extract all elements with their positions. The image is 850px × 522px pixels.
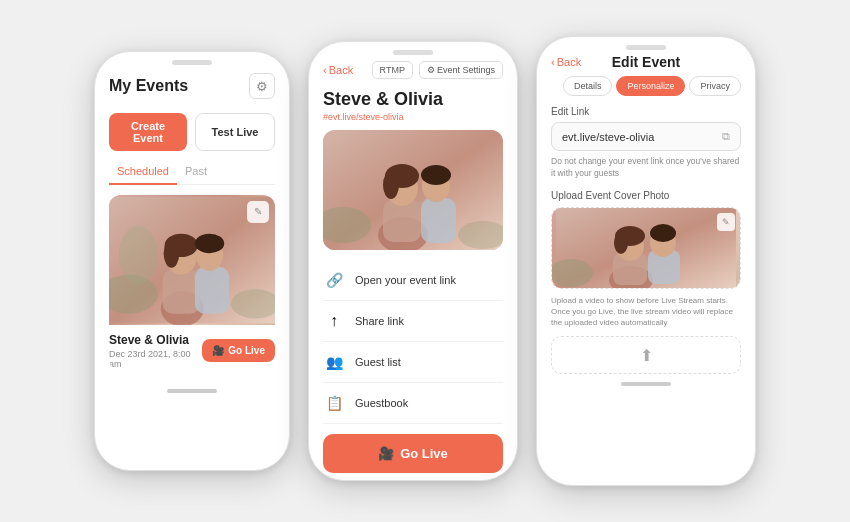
go-live-large-button[interactable]: 🎥 Go Live bbox=[323, 434, 503, 473]
p3-link-field: evt.live/steve-olivia ⧉ bbox=[551, 122, 741, 151]
phone-3-notch bbox=[626, 45, 666, 50]
p2-event-url: #evt.live/steve-olivia bbox=[323, 112, 503, 122]
p3-back-button[interactable]: ‹ Back bbox=[551, 56, 581, 68]
p3-upload-label: Upload Event Cover Photo bbox=[551, 190, 741, 201]
link-icon: 🔗 bbox=[323, 269, 345, 291]
phone-3-top-bar bbox=[537, 37, 755, 54]
p1-header: My Events ⚙ bbox=[109, 69, 275, 103]
p1-title: My Events bbox=[109, 77, 188, 95]
p3-link-hint: Do not change your event link once you'v… bbox=[551, 156, 741, 180]
p3-nav: ‹ Back Edit Event bbox=[551, 54, 741, 70]
p2-rtmp-label: RTMP bbox=[380, 65, 405, 75]
event-settings-button[interactable]: ⚙ Event Settings bbox=[419, 61, 503, 79]
p1-tabs: Scheduled Past bbox=[109, 161, 275, 185]
p2-back-button[interactable]: ‹ Back bbox=[323, 64, 353, 76]
phone-1: My Events ⚙ Create Event Test Live Sched… bbox=[94, 51, 290, 471]
svg-point-11 bbox=[119, 225, 158, 284]
copy-icon[interactable]: ⧉ bbox=[722, 130, 730, 143]
create-event-button[interactable]: Create Event bbox=[109, 113, 187, 151]
svg-point-31 bbox=[650, 224, 676, 242]
svg-point-20 bbox=[421, 165, 451, 185]
phone-2-bottom-bar bbox=[309, 473, 517, 481]
video-icon: 🎥 bbox=[212, 345, 224, 356]
svg-point-8 bbox=[195, 233, 224, 253]
gear-icon: ⚙ bbox=[256, 79, 268, 94]
svg-point-28 bbox=[614, 232, 628, 254]
p1-event-card[interactable]: ✎ Steve & Olivia Dec 23rd 2021, 8:00 am … bbox=[109, 195, 275, 371]
go-live-video-icon: 🎥 bbox=[378, 446, 394, 461]
phone-1-home-bar bbox=[167, 389, 217, 393]
menu-item-guest-list-label: Guest list bbox=[355, 356, 401, 368]
p2-event-image bbox=[323, 130, 503, 250]
menu-item-guest-list[interactable]: 👥 Guest list bbox=[323, 342, 503, 383]
phone-1-top-bar bbox=[95, 52, 289, 69]
p3-upload-button[interactable]: ⬆ bbox=[551, 336, 741, 374]
phone-2-top-bar bbox=[309, 42, 517, 59]
p2-event-title: Steve & Olivia bbox=[323, 89, 503, 110]
phone-1-content: My Events ⚙ Create Event Test Live Sched… bbox=[95, 69, 289, 371]
menu-item-share-label: Share link bbox=[355, 315, 404, 327]
p3-link-value: evt.live/steve-olivia bbox=[562, 131, 722, 143]
gear-button[interactable]: ⚙ bbox=[249, 73, 275, 99]
image-edit-icon[interactable]: ✎ bbox=[247, 201, 269, 223]
edit-icon: ✎ bbox=[254, 206, 262, 217]
guestbook-icon: 📋 bbox=[323, 392, 345, 414]
back-chevron-icon: ‹ bbox=[323, 64, 327, 76]
p3-upload-area[interactable]: ✎ bbox=[551, 207, 741, 289]
svg-point-5 bbox=[164, 238, 180, 267]
upload-edit-icon[interactable]: ✎ bbox=[717, 213, 735, 231]
p3-upload-image bbox=[552, 208, 740, 288]
p3-back-label: Back bbox=[557, 56, 581, 68]
p2-nav: ‹ Back RTMP ⚙ Event Settings bbox=[323, 59, 503, 81]
tab-scheduled[interactable]: Scheduled bbox=[109, 161, 177, 185]
p1-event-image: ✎ bbox=[109, 195, 275, 325]
test-live-button[interactable]: Test Live bbox=[195, 113, 275, 151]
p2-event-settings-label: Event Settings bbox=[437, 65, 495, 75]
p3-tabs-row: Details Personalize Privacy bbox=[551, 76, 741, 96]
p1-event-name: Steve & Olivia bbox=[109, 333, 202, 347]
svg-rect-6 bbox=[195, 266, 229, 313]
svg-point-17 bbox=[383, 171, 399, 199]
menu-item-open-link[interactable]: 🔗 Open your event link bbox=[323, 260, 503, 301]
phone-1-bottom-bar bbox=[95, 381, 289, 403]
phone-3: ‹ Back Edit Event Details Personalize Pr… bbox=[536, 36, 756, 486]
p3-back-chevron-icon: ‹ bbox=[551, 56, 555, 68]
menu-item-share-link[interactable]: ↑ Share link bbox=[323, 301, 503, 342]
phone-1-notch bbox=[172, 60, 212, 65]
menu-item-guestbook-label: Guestbook bbox=[355, 397, 408, 409]
phone-3-content: ‹ Back Edit Event Details Personalize Pr… bbox=[537, 54, 755, 374]
tab-personalize[interactable]: Personalize bbox=[616, 76, 685, 96]
go-live-large-label: Go Live bbox=[400, 446, 448, 461]
p1-action-buttons: Create Event Test Live bbox=[109, 113, 275, 151]
p2-nav-right: RTMP ⚙ Event Settings bbox=[372, 61, 503, 79]
p2-menu-list: 🔗 Open your event link ↑ Share link 👥 Gu… bbox=[323, 260, 503, 424]
p1-event-date: Dec 23rd 2021, 8:00 am bbox=[109, 349, 202, 369]
p3-upload-hint: Upload a video to show before Live Strea… bbox=[551, 295, 741, 329]
p1-event-details: Steve & Olivia Dec 23rd 2021, 8:00 am bbox=[109, 333, 202, 369]
tab-details[interactable]: Details bbox=[563, 76, 613, 96]
tab-privacy[interactable]: Privacy bbox=[689, 76, 741, 96]
p3-edit-link-label: Edit Link bbox=[551, 106, 741, 117]
p2-back-label: Back bbox=[329, 64, 353, 76]
menu-item-guestbook[interactable]: 📋 Guestbook bbox=[323, 383, 503, 424]
go-live-small-label: Go Live bbox=[228, 345, 265, 356]
p3-page-title: Edit Event bbox=[612, 54, 680, 70]
guests-icon: 👥 bbox=[323, 351, 345, 373]
phone-2-notch bbox=[393, 50, 433, 55]
svg-rect-2 bbox=[163, 269, 200, 313]
upload-icon: ⬆ bbox=[640, 346, 653, 365]
rtmp-button[interactable]: RTMP bbox=[372, 61, 413, 79]
svg-rect-18 bbox=[421, 198, 456, 243]
menu-item-open-link-label: Open your event link bbox=[355, 274, 456, 286]
phone-2-content: ‹ Back RTMP ⚙ Event Settings Steve & Oli… bbox=[309, 59, 517, 473]
phone-3-bottom-bar bbox=[537, 374, 755, 396]
phone-2: ‹ Back RTMP ⚙ Event Settings Steve & Oli… bbox=[308, 41, 518, 481]
tab-past[interactable]: Past bbox=[177, 161, 215, 184]
settings-icon: ⚙ bbox=[427, 65, 435, 75]
p1-event-info: Steve & Olivia Dec 23rd 2021, 8:00 am 🎥 … bbox=[109, 325, 275, 371]
phone-3-home-bar bbox=[621, 382, 671, 386]
svg-rect-14 bbox=[383, 200, 421, 242]
share-icon: ↑ bbox=[323, 310, 345, 332]
go-live-small-button[interactable]: 🎥 Go Live bbox=[202, 339, 275, 362]
